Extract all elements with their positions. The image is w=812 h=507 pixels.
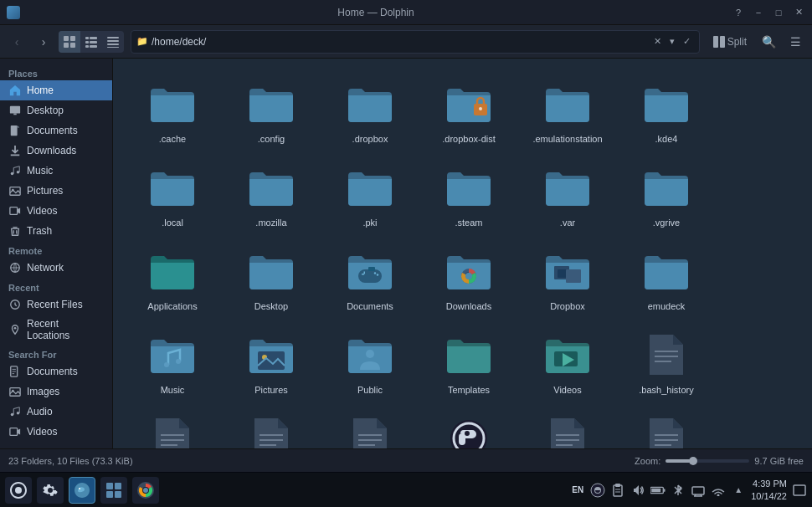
sidebar-item-trash[interactable]: Trash	[0, 221, 112, 241]
minimize-button[interactable]: −	[752, 6, 765, 19]
file-item-pictures[interactable]: Pictures	[225, 323, 317, 400]
clock-time: 4:39 PM	[751, 478, 787, 489]
clipboard-icon[interactable]	[610, 483, 625, 498]
taskbar-chrome[interactable]	[132, 477, 159, 504]
taskbar-discover[interactable]	[100, 477, 127, 504]
steam-icon[interactable]	[590, 483, 605, 498]
help-button[interactable]: ?	[732, 6, 745, 19]
sidebar-item-videos[interactable]: Videos	[0, 201, 112, 221]
folder-icon-templates	[442, 328, 496, 382]
file-item-dropbox-dist[interactable]: .dropbox-dist	[423, 72, 515, 149]
show-desktop-button[interactable]	[792, 483, 807, 498]
forward-button[interactable]: ›	[32, 30, 55, 54]
list-view-button[interactable]	[102, 31, 124, 53]
file-item-bash-history[interactable]: .bash_history	[620, 323, 712, 400]
file-item-config[interactable]: .config	[225, 72, 317, 149]
file-item-local[interactable]: .local	[126, 156, 218, 233]
svg-point-93	[15, 487, 22, 494]
menu-button[interactable]: ☰	[784, 30, 807, 54]
keyboard-layout[interactable]: EN	[570, 483, 585, 498]
file-item-gtkrc[interactable]: .gtkrc-2.0	[522, 407, 614, 448]
battery-icon[interactable]	[650, 483, 666, 498]
file-item-applications[interactable]: Applications	[126, 239, 218, 316]
file-item-documents[interactable]: Documents	[324, 239, 416, 316]
arrow-up-icon[interactable]: ▲	[731, 483, 746, 498]
titlebar-controls[interactable]: ? − □ ✕	[732, 6, 805, 19]
file-item-var[interactable]: .var	[522, 156, 614, 233]
clear-address-button[interactable]: ✕	[650, 34, 665, 49]
sidebar-item-desktop[interactable]: Desktop	[0, 100, 112, 120]
dropdown-button[interactable]: ▾	[666, 34, 678, 49]
sidebar-item-pictures[interactable]: Pictures	[0, 181, 112, 201]
sidebar-item-documents[interactable]: Documents	[0, 120, 112, 141]
file-item-emulationstation[interactable]: .emulationstation	[522, 72, 614, 149]
recent-header: Recent	[0, 278, 112, 294]
confirm-address-button[interactable]: ✓	[680, 34, 694, 49]
maximize-button[interactable]: □	[772, 6, 785, 19]
sidebar-item-search-audio[interactable]: Audio	[0, 402, 112, 422]
folder-icon-pictures	[244, 328, 298, 382]
address-input[interactable]	[152, 36, 650, 48]
zoom-slider[interactable]	[666, 459, 749, 463]
address-actions: ✕ ▾ ✓	[650, 34, 694, 49]
sidebar-home-label: Home	[27, 84, 54, 96]
sidebar-item-home[interactable]: Home	[0, 80, 112, 100]
sidebar-item-search-images[interactable]: Images	[0, 382, 112, 402]
file-item-desktop-folder[interactable]: Desktop	[225, 239, 317, 316]
back-button[interactable]: ‹	[5, 30, 28, 54]
taskbar-dolphin[interactable]	[69, 477, 95, 504]
sidebar-item-recent-locations[interactable]: Recent Locations	[0, 315, 112, 345]
close-button[interactable]: ✕	[792, 6, 805, 19]
file-item-pki[interactable]: .pki	[324, 156, 416, 233]
file-item-templates[interactable]: Templates	[423, 323, 515, 400]
sidebar-item-downloads[interactable]: Downloads	[0, 141, 112, 161]
sidebar-downloads-label: Downloads	[27, 145, 76, 156]
sidebar-item-search-documents[interactable]: Documents	[0, 361, 112, 382]
file-item-emudeck[interactable]: emudeck	[620, 239, 712, 316]
audio-icon[interactable]	[630, 483, 645, 498]
file-item-downloads-folder[interactable]: Downloads	[423, 239, 515, 316]
file-name-emudeck: emudeck	[648, 301, 686, 311]
file-item-cache[interactable]: .cache	[126, 72, 218, 149]
file-name-kde4: .kde4	[655, 134, 678, 144]
compact-view-button[interactable]	[80, 31, 102, 53]
icon-view-button[interactable]	[59, 31, 80, 53]
taskbar-apps	[5, 477, 159, 504]
file-item-videos-folder[interactable]: Videos	[522, 323, 614, 400]
svg-rect-41	[358, 269, 382, 283]
sidebar-item-recent-files[interactable]: Recent Files	[0, 294, 112, 315]
file-item-kde4[interactable]: .kde4	[620, 72, 712, 149]
file-item-music[interactable]: Music	[126, 323, 218, 400]
file-item-steam[interactable]: .steam	[423, 156, 515, 233]
sidebar-item-music[interactable]: Music	[0, 161, 112, 181]
address-bar[interactable]: 📁 ✕ ▾ ✓	[131, 30, 700, 54]
network-icon[interactable]	[711, 483, 726, 498]
folder-icon-steam	[442, 161, 496, 214]
folder-icon-cache	[146, 77, 199, 131]
file-name-dropbox-dist: .dropbox-dist	[442, 134, 496, 144]
file-item-bash-logout[interactable]: .bash_logout	[126, 407, 218, 448]
split-button[interactable]: Split	[707, 30, 753, 54]
search-button[interactable]: 🔍	[757, 30, 780, 54]
taskbar-settings[interactable]	[37, 477, 64, 504]
bluetooth-icon[interactable]	[671, 483, 686, 498]
file-item-dropbox-folder[interactable]: Dropbox	[522, 239, 614, 316]
remote-header: Remote	[0, 241, 112, 258]
file-item-face-icon[interactable]: .face.icon	[423, 407, 515, 448]
folder-icon-desktop	[244, 244, 298, 298]
file-item-bashrc[interactable]: .bashrc	[324, 407, 416, 448]
file-item-public[interactable]: Public	[324, 323, 416, 400]
taskbar-steamdeck[interactable]	[5, 477, 32, 504]
file-item-bash-profile[interactable]: .bash_profile	[225, 407, 317, 448]
svg-rect-24	[10, 207, 18, 215]
svg-rect-3	[70, 43, 75, 48]
file-name-documents: Documents	[347, 301, 393, 311]
sidebar-item-network[interactable]: Network	[0, 258, 112, 278]
file-item-netrc[interactable]: .netrc	[620, 407, 712, 448]
file-item-dropbox[interactable]: .dropbox	[324, 72, 416, 149]
file-item-mozilla[interactable]: .mozilla	[225, 156, 317, 233]
file-item-vgrive[interactable]: .vgrive	[620, 156, 712, 233]
file-name-templates: Templates	[448, 385, 490, 395]
unknown1-icon[interactable]	[691, 483, 706, 498]
sidebar-item-search-videos[interactable]: Videos	[0, 422, 112, 442]
